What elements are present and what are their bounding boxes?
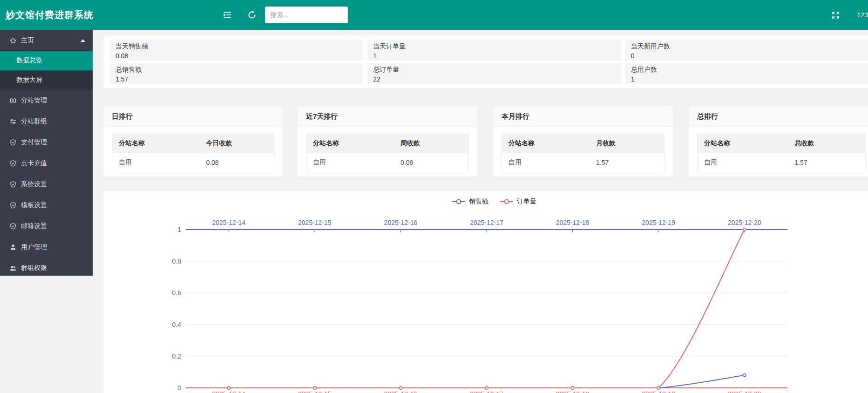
- sidebar-item-数据大屏[interactable]: 数据大屏: [0, 70, 93, 90]
- chart-legend: 销售额订单量: [103, 197, 868, 206]
- data-point-订单量: [313, 386, 316, 389]
- table-row: 自用1.57: [698, 153, 866, 172]
- bottom-x-axis-label: 2025-12-19: [642, 390, 675, 393]
- data-point-订单量: [571, 386, 574, 389]
- sidebar-item-邮箱设置[interactable]: 邮箱设置: [0, 216, 93, 237]
- legend-label: 订单量: [517, 197, 536, 206]
- stat-label: 总用户数: [631, 65, 868, 74]
- ranking-col-header: 总收款: [788, 134, 865, 153]
- sidebar-item-label: 群组权限: [21, 264, 47, 272]
- ranking-table-header-row: 分站名称今日收款: [112, 134, 274, 153]
- stat-label: 当天新用户数: [631, 41, 868, 51]
- ranking-col-header: 今日收款: [199, 134, 274, 153]
- ranking-cell: 自用: [698, 153, 788, 172]
- sidebar-item-分站群组[interactable]: 分站群组: [0, 111, 93, 132]
- bottom-x-axis-label: 2025-12-20: [728, 390, 761, 393]
- ranking-table-header-row: 分站名称总收款: [698, 134, 866, 153]
- ranking-col-header: 分站名称: [502, 134, 590, 153]
- chart-card: 销售额订单量 00.20.40.60.812025-12-142025-12-1…: [103, 190, 868, 393]
- stats-grid: 当天销售额0.08当天订单量1当天新用户数0总销售额1.57总订单量22总用户数…: [110, 40, 868, 84]
- ranking-card-body: 分站名称周收款自用0.08: [298, 127, 477, 172]
- data-point-订单量: [743, 228, 746, 231]
- ranking-cell: 自用: [502, 153, 590, 172]
- legend-label: 销售额: [469, 197, 488, 206]
- top-x-axis-label: 2025-12-20: [728, 219, 761, 226]
- sidebar-item-label: 主页: [21, 36, 34, 45]
- sidebar-item-点卡充值[interactable]: 点卡充值: [0, 153, 93, 174]
- series-line-销售额: [229, 375, 744, 388]
- sidebar-item-label: 用户管理: [21, 243, 47, 251]
- y-axis-tick-label: 0.2: [172, 352, 182, 360]
- home-icon: [9, 37, 17, 44]
- stat-cell-总用户数: 总用户数1: [625, 63, 868, 84]
- top-x-axis-label: 2025-12-18: [556, 219, 590, 226]
- data-point-订单量: [485, 386, 488, 389]
- sidebar-item-label: 分站群组: [21, 117, 47, 126]
- sidebar-item-群组权限[interactable]: 群组权限: [0, 257, 93, 278]
- legend-item-销售额[interactable]: 销售额: [452, 197, 488, 206]
- table-row: 自用0.08: [306, 153, 469, 172]
- shield-icon: [9, 160, 17, 167]
- sidebar-menu: 主页数据总览数据大屏分站管理分站群组支付管理点卡充值系统设置模板设置邮箱设置用户…: [0, 30, 93, 276]
- sidebar-item-系统设置[interactable]: 系统设置: [0, 174, 93, 195]
- stat-cell-总销售额: 总销售额1.57: [110, 63, 363, 84]
- bottom-x-axis-label: 2025-12-18: [556, 390, 590, 393]
- y-axis-tick-label: 0.6: [172, 289, 182, 297]
- sales-orders-line-chart[interactable]: 00.20.40.60.812025-12-142025-12-152025-1…: [103, 191, 868, 393]
- y-axis-tick-label: 1: [177, 226, 181, 233]
- sidebar-item-label: 模板设置: [21, 201, 47, 210]
- legend-marker-icon: [452, 199, 466, 204]
- main-content: 当天销售额0.08当天订单量1当天新用户数0总销售额1.57总订单量22总用户数…: [93, 30, 868, 393]
- sidebar-item-label: 邮箱设置: [21, 222, 47, 230]
- ranking-cell: 自用: [306, 153, 394, 172]
- legend-item-订单量[interactable]: 订单量: [500, 197, 536, 206]
- sidebar-item-label: 点卡充值: [21, 159, 47, 168]
- sidebar-item-label: 分站管理: [21, 96, 47, 105]
- stat-cell-当天销售额: 当天销售额0.08: [110, 40, 363, 61]
- y-axis-tick-label: 0.4: [172, 321, 182, 328]
- ranking-cell: 0.08: [394, 153, 469, 172]
- table-row: 自用0.08: [112, 153, 274, 172]
- sidebar-item-用户管理[interactable]: 用户管理: [0, 237, 93, 257]
- stat-label: 当天订单量: [373, 41, 615, 51]
- data-point-销售额: [743, 374, 746, 377]
- ranking-card-title: 日排行: [103, 106, 283, 127]
- legend-marker-icon: [500, 199, 514, 204]
- sidebar-collapse-icon[interactable]: [222, 10, 232, 20]
- stat-label: 总订单量: [373, 65, 615, 74]
- fullscreen-icon[interactable]: [832, 11, 840, 19]
- bottom-x-axis-label: 2025-12-17: [470, 390, 503, 393]
- bottom-x-axis-label: 2025-12-14: [212, 390, 245, 393]
- stat-value: 0.08: [115, 51, 357, 61]
- ranking-table: 分站名称月收款自用1.57: [502, 134, 665, 172]
- header-username[interactable]: 12345: [857, 0, 868, 30]
- series-line-订单量: [229, 230, 744, 388]
- grid-icon: [9, 97, 17, 104]
- ranking-col-header: 月收款: [590, 134, 665, 153]
- sidebar-item-label: 系统设置: [21, 180, 47, 189]
- bottom-x-axis-label: 2025-12-16: [384, 390, 418, 393]
- y-axis-tick-label: 0: [177, 384, 181, 392]
- sidebar-item-分站管理[interactable]: 分站管理: [0, 90, 93, 111]
- ranking-col-header: 周收款: [394, 134, 469, 153]
- ranking-col-header: 分站名称: [306, 134, 394, 153]
- sidebar-item-模板设置[interactable]: 模板设置: [0, 195, 93, 216]
- stat-value: 1: [373, 51, 615, 61]
- sidebar-item-数据总览[interactable]: 数据总览: [0, 51, 93, 70]
- shield-icon: [9, 223, 17, 230]
- ranking-table: 分站名称周收款自用0.08: [306, 134, 469, 172]
- ranking-card-title: 总排行: [689, 106, 868, 127]
- search-box: [265, 7, 348, 23]
- ranking-card-body: 分站名称总收款自用1.57: [689, 127, 868, 172]
- ranking-card-body: 分站名称今日收款自用0.08: [103, 127, 283, 172]
- top-x-axis-label: 2025-12-16: [384, 219, 418, 226]
- ranking-card-title: 本月排行: [493, 106, 673, 127]
- sidebar-item-主页[interactable]: 主页: [0, 30, 93, 51]
- sliders-icon: [9, 118, 17, 125]
- search-input[interactable]: [265, 7, 347, 23]
- ranking-col-header: 分站名称: [698, 134, 788, 153]
- stat-value: 1.57: [115, 75, 357, 84]
- sidebar-item-支付管理[interactable]: 支付管理: [0, 132, 93, 153]
- refresh-icon[interactable]: [247, 10, 257, 20]
- stat-label: 当天销售额: [115, 41, 357, 51]
